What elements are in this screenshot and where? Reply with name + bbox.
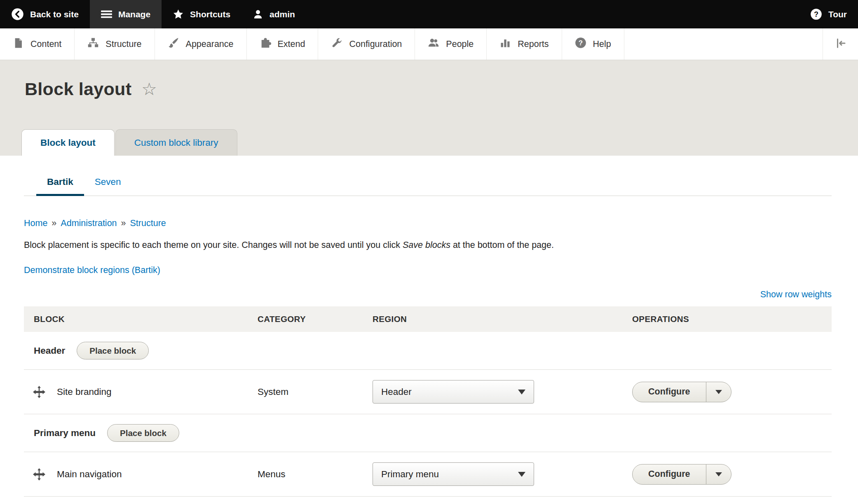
back-chevron-icon: [11, 8, 24, 21]
description-text: at the bottom of the page.: [450, 240, 554, 250]
region-row-primary-menu: Primary menu Place block: [24, 414, 832, 452]
configure-button[interactable]: Configure: [632, 382, 706, 402]
region-row-header: Header Place block: [24, 332, 832, 370]
menu-item-appearance[interactable]: Appearance: [155, 28, 247, 60]
description-text: Block placement is specific to each them…: [24, 240, 403, 250]
document-icon: [13, 37, 24, 51]
page-description: Block placement is specific to each them…: [24, 240, 832, 250]
toolbar-spacer: [306, 0, 799, 28]
region-label: Primary menu: [34, 428, 96, 439]
star-icon: [173, 9, 184, 20]
puzzle-icon: [260, 37, 271, 51]
menu-label: Extend: [278, 39, 305, 49]
tab-custom-block-library[interactable]: Custom block library: [115, 129, 237, 156]
table-row: Site branding System Header Configure: [24, 370, 832, 414]
place-block-button[interactable]: Place block: [107, 424, 179, 442]
back-to-site-button[interactable]: Back to site: [0, 0, 90, 28]
admin-menu-toolbar: Content Structure Appearance Extend Conf…: [0, 28, 858, 60]
menu-item-content[interactable]: Content: [0, 28, 75, 60]
column-header-operations: OPERATIONS: [622, 314, 832, 324]
tab-theme-bartik[interactable]: Bartik: [36, 170, 84, 196]
menu-item-reports[interactable]: Reports: [487, 28, 562, 60]
menu-label: People: [446, 39, 474, 49]
tour-button[interactable]: ? Tour: [799, 0, 858, 28]
main-content: Home»Administration»Structure Block plac…: [0, 218, 858, 497]
menu-item-configuration[interactable]: Configuration: [318, 28, 415, 60]
tab-block-layout[interactable]: Block layout: [21, 129, 115, 156]
table-row: Main navigation Menus Primary menu Confi…: [24, 452, 832, 497]
page-header: Block layout ☆ Block layout Custom block…: [0, 60, 858, 156]
theme-tabs: Bartik Seven: [24, 170, 832, 196]
demonstrate-regions-link[interactable]: Demonstrate block regions (Bartik): [24, 265, 160, 275]
region-select-value: Header: [381, 387, 412, 397]
svg-text:?: ?: [578, 39, 582, 47]
hamburger-icon: [101, 9, 112, 20]
block-layout-table: BLOCK CATEGORY REGION OPERATIONS Header …: [24, 306, 832, 497]
breadcrumb-home-link[interactable]: Home: [24, 218, 47, 228]
region-label: Header: [34, 345, 65, 356]
operations-split-button: Configure: [632, 382, 731, 402]
sitemap-icon: [87, 37, 99, 51]
tab-theme-seven[interactable]: Seven: [84, 170, 132, 196]
back-to-site-label: Back to site: [30, 9, 79, 19]
svg-text:?: ?: [814, 10, 818, 19]
operations-split-button: Configure: [632, 464, 731, 485]
menu-label: Content: [30, 39, 61, 49]
column-header-region: REGION: [363, 314, 622, 324]
manage-label: Manage: [118, 9, 150, 19]
chevron-down-icon: [715, 390, 722, 394]
wrench-icon: [331, 37, 342, 51]
page-title: Block layout: [25, 79, 131, 99]
primary-tabs: Block layout Custom block library: [21, 129, 237, 156]
menu-label: Structure: [105, 39, 141, 49]
table-header-row: BLOCK CATEGORY REGION OPERATIONS: [24, 306, 832, 332]
move-icon[interactable]: [33, 386, 45, 398]
user-toolbar-tab[interactable]: admin: [241, 0, 306, 28]
show-row-weights-link[interactable]: Show row weights: [760, 289, 832, 299]
user-icon: [253, 9, 263, 20]
menu-item-people[interactable]: People: [415, 28, 487, 60]
bar-chart-icon: [499, 37, 511, 51]
region-select[interactable]: Header: [373, 380, 534, 404]
breadcrumb-separator: »: [52, 218, 56, 228]
manage-toolbar-tab[interactable]: Manage: [90, 0, 162, 28]
configure-button[interactable]: Configure: [632, 464, 706, 485]
region-select-value: Primary menu: [381, 469, 439, 480]
region-select[interactable]: Primary menu: [373, 462, 534, 486]
menu-item-structure[interactable]: Structure: [75, 28, 155, 60]
menu-item-extend[interactable]: Extend: [247, 28, 319, 60]
chevron-down-icon: [518, 390, 525, 394]
block-label: Main navigation: [57, 469, 122, 480]
block-category: System: [248, 387, 363, 397]
place-block-button[interactable]: Place block: [77, 342, 149, 359]
shortcut-star-icon[interactable]: ☆: [141, 81, 157, 98]
column-header-category: CATEGORY: [248, 314, 363, 324]
chevron-down-icon: [715, 472, 722, 476]
breadcrumb-separator: »: [121, 218, 126, 228]
top-toolbar: Back to site Manage Shortcuts admin ? To…: [0, 0, 858, 28]
configure-dropdown-toggle[interactable]: [706, 382, 731, 402]
shortcuts-toolbar-tab[interactable]: Shortcuts: [162, 0, 241, 28]
shortcuts-label: Shortcuts: [190, 9, 230, 19]
menu-label: Appearance: [186, 39, 234, 49]
menu-label: Reports: [518, 39, 549, 49]
block-label: Site branding: [57, 387, 112, 397]
help-icon: ?: [575, 37, 586, 51]
username-label: admin: [270, 9, 295, 19]
block-category: Menus: [248, 469, 363, 480]
breadcrumb: Home»Administration»Structure: [24, 218, 832, 229]
collapse-toolbar-button[interactable]: [823, 28, 858, 60]
breadcrumb-administration-link[interactable]: Administration: [61, 218, 117, 228]
column-header-block: BLOCK: [24, 314, 248, 324]
configure-dropdown-toggle[interactable]: [706, 464, 731, 485]
tour-help-icon: ?: [810, 8, 822, 20]
chevron-down-icon: [518, 472, 525, 477]
move-icon[interactable]: [33, 468, 45, 481]
collapse-toolbar-icon: [835, 37, 847, 51]
tour-label: Tour: [828, 9, 847, 19]
menu-item-help[interactable]: ? Help: [562, 28, 624, 60]
description-italic-text: Save blocks: [403, 240, 450, 250]
menu-label: Configuration: [349, 39, 402, 49]
breadcrumb-structure-link[interactable]: Structure: [130, 218, 166, 228]
paintbrush-icon: [168, 37, 179, 51]
